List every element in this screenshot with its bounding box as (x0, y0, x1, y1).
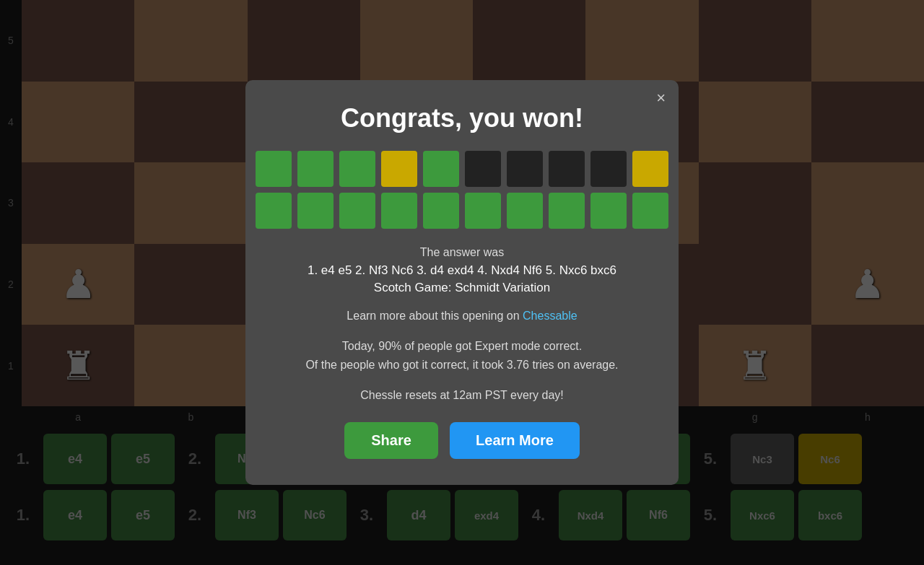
chessable-link[interactable]: Chessable (523, 310, 578, 322)
answer-name: Scotch Game: Schmidt Variation (274, 281, 650, 295)
win-modal: × Congrats, you won! (245, 80, 679, 484)
modal-title: Congrats, you won! (274, 103, 650, 133)
tile-1-4 (381, 151, 417, 187)
tile-row-1 (256, 151, 668, 187)
tile-2-10 (632, 193, 668, 229)
answer-section: The answer was 1. e4 e5 2. Nf3 Nc6 3. d4… (274, 246, 650, 295)
tile-grid (274, 151, 650, 229)
tile-2-5 (423, 193, 459, 229)
tile-2-1 (256, 193, 292, 229)
tile-1-7 (507, 151, 543, 187)
close-button[interactable]: × (656, 90, 666, 106)
tile-2-7 (507, 193, 543, 229)
tile-row-2 (256, 193, 668, 229)
share-button[interactable]: Share (344, 422, 438, 459)
stats-section: Today, 90% of people got Expert mode cor… (274, 337, 650, 374)
tile-1-2 (297, 151, 334, 187)
tile-1-1 (256, 151, 292, 187)
tile-2-4 (381, 193, 417, 229)
tile-1-5 (423, 151, 459, 187)
tile-2-9 (590, 193, 627, 229)
reset-text: Chessle resets at 12am PST every day! (274, 389, 650, 402)
learn-link-section: Learn more about this opening on Chessab… (274, 310, 650, 323)
tile-2-2 (297, 193, 334, 229)
tile-1-9 (590, 151, 627, 187)
tile-1-6 (465, 151, 501, 187)
stats-line-1: Today, 90% of people got Expert mode cor… (274, 337, 650, 356)
tile-2-3 (339, 193, 375, 229)
button-row: Share Learn More (274, 422, 650, 459)
learn-text-pre: Learn more about this opening on (346, 310, 523, 322)
tile-1-8 (549, 151, 585, 187)
answer-moves: 1. e4 e5 2. Nf3 Nc6 3. d4 exd4 4. Nxd4 N… (274, 263, 650, 278)
answer-label: The answer was (274, 246, 650, 259)
learn-more-button[interactable]: Learn More (450, 422, 580, 459)
tile-1-3 (339, 151, 375, 187)
tile-1-10 (632, 151, 668, 187)
tile-2-6 (465, 193, 501, 229)
tile-2-8 (549, 193, 585, 229)
stats-line-2: Of the people who got it correct, it too… (274, 356, 650, 375)
modal-overlay: × Congrats, you won! (0, 0, 924, 565)
